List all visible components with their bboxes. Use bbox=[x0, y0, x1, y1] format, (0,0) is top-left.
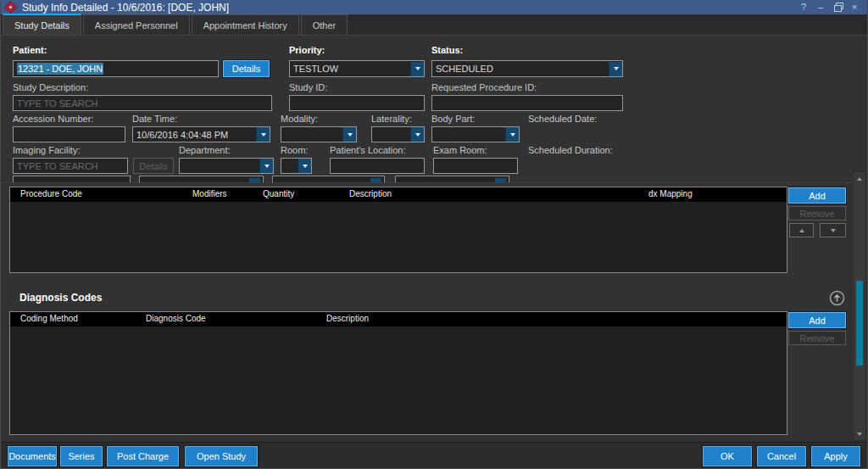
procedure-table-header: Procedure Code Modifiers Quantity Descri… bbox=[10, 187, 787, 202]
patient-details-button[interactable]: Details bbox=[223, 60, 270, 77]
diagnosis-codes-table[interactable]: Coding Method Diagnosis Code Description bbox=[9, 311, 787, 435]
chevron-down-icon[interactable] bbox=[505, 127, 519, 142]
col-description: Description bbox=[349, 189, 392, 198]
laterality-label: Laterality: bbox=[371, 114, 412, 124]
clipped-combo bbox=[272, 176, 385, 182]
department-label: Department: bbox=[179, 145, 231, 155]
documents-button[interactable]: Documents bbox=[8, 446, 57, 466]
restore-icon[interactable] bbox=[832, 1, 843, 14]
patient-input[interactable]: 12321 - DOE, JOHN bbox=[13, 60, 219, 77]
study-info-dialog: Study Info Detailed - 10/6/2016: [DOE, J… bbox=[0, 0, 868, 469]
title-bar: Study Info Detailed - 10/6/2016: [DOE, J… bbox=[1, 0, 868, 14]
chevron-down-icon[interactable] bbox=[410, 127, 424, 142]
procedure-codes-table[interactable]: Procedure Code Modifiers Quantity Descri… bbox=[9, 187, 787, 273]
chevron-down-icon[interactable] bbox=[256, 127, 270, 142]
scheduled-duration-label: Scheduled Duration: bbox=[528, 145, 613, 155]
scroll-down-icon[interactable] bbox=[854, 428, 865, 439]
col-procedure-code: Procedure Code bbox=[20, 189, 82, 198]
modality-label: Modality: bbox=[281, 114, 318, 124]
section-divider bbox=[1, 182, 868, 183]
department-select[interactable] bbox=[179, 158, 274, 174]
chevron-down-icon[interactable] bbox=[259, 159, 273, 173]
status-select[interactable]: SCHEDULED bbox=[431, 60, 623, 77]
minimize-icon[interactable]: – bbox=[815, 1, 826, 14]
imaging-facility-input[interactable]: TYPE TO SEARCH bbox=[13, 158, 128, 174]
diagnosis-add-button[interactable]: Add bbox=[788, 312, 846, 328]
procedure-add-button[interactable]: Add bbox=[788, 187, 846, 204]
move-up-icon[interactable] bbox=[789, 223, 814, 237]
priority-label: Priority: bbox=[289, 45, 325, 55]
col-quantity: Quantity bbox=[263, 189, 294, 198]
study-id-input[interactable] bbox=[289, 95, 425, 111]
col-coding-method: Coding Method bbox=[20, 314, 78, 323]
facility-details-button[interactable]: Details bbox=[133, 158, 174, 174]
tab-appointment-history[interactable]: Appointment History bbox=[192, 14, 299, 35]
series-button[interactable]: Series bbox=[60, 446, 103, 466]
date-time-select[interactable]: 10/6/2016 4:04:48 PM bbox=[132, 126, 270, 142]
patient-label: Patient: bbox=[13, 45, 47, 55]
chevron-down-icon[interactable] bbox=[342, 127, 356, 142]
laterality-select[interactable] bbox=[371, 126, 425, 142]
clipped-combo bbox=[139, 176, 264, 182]
chevron-down-icon[interactable] bbox=[410, 62, 424, 76]
priority-select[interactable]: TESTLOW bbox=[289, 60, 425, 77]
procedure-remove-button[interactable]: Remove bbox=[788, 206, 846, 221]
requested-procedure-id-input[interactable] bbox=[431, 95, 623, 111]
clipped-combo bbox=[395, 176, 509, 182]
tab-assigned-personnel[interactable]: Assigned Personnel bbox=[83, 14, 190, 35]
room-select[interactable] bbox=[281, 158, 312, 174]
diagnosis-remove-button[interactable]: Remove bbox=[788, 331, 846, 345]
window-controls: ? – × bbox=[798, 1, 868, 14]
col-description: Description bbox=[326, 314, 369, 323]
col-diagnosis-code: Diagnosis Code bbox=[146, 314, 206, 323]
tab-study-details[interactable]: Study Details bbox=[3, 14, 81, 35]
modality-select[interactable] bbox=[281, 126, 357, 142]
cancel-button[interactable]: Cancel bbox=[757, 446, 806, 466]
ok-button[interactable]: OK bbox=[703, 446, 752, 466]
col-dx-mapping: dx Mapping bbox=[648, 189, 693, 198]
close-icon[interactable]: × bbox=[849, 1, 860, 14]
exam-room-label: Exam Room: bbox=[433, 145, 487, 155]
body-part-label: Body Part: bbox=[431, 114, 475, 124]
vertical-scrollbar[interactable] bbox=[853, 171, 866, 441]
col-modifiers: Modifiers bbox=[192, 189, 227, 198]
move-down-icon[interactable] bbox=[820, 223, 846, 237]
help-icon[interactable]: ? bbox=[798, 1, 810, 14]
study-description-input[interactable]: TYPE TO SEARCH bbox=[13, 95, 272, 111]
window-title: Study Info Detailed - 10/6/2016: [DOE, J… bbox=[22, 2, 229, 14]
collapse-section-icon[interactable] bbox=[829, 290, 845, 306]
accession-number-label: Accession Number: bbox=[13, 114, 93, 124]
body-part-select[interactable] bbox=[431, 126, 520, 142]
diagnosis-table-header: Coding Method Diagnosis Code Description bbox=[10, 312, 787, 327]
chevron-down-icon[interactable] bbox=[298, 159, 311, 173]
scheduled-date-label: Scheduled Date: bbox=[528, 114, 597, 124]
imaging-facility-label: Imaging Facility: bbox=[13, 145, 80, 155]
app-logo-icon bbox=[5, 2, 16, 13]
patients-location-label: Patient's Location: bbox=[330, 145, 406, 155]
clipped-field bbox=[13, 176, 131, 182]
diagnosis-codes-title: Diagnosis Codes bbox=[19, 292, 102, 304]
open-study-button[interactable]: Open Study bbox=[185, 446, 258, 466]
accession-number-input[interactable] bbox=[13, 126, 125, 142]
footer-bar: Documents Series Post Charge Open Study … bbox=[1, 442, 868, 469]
post-charge-button[interactable]: Post Charge bbox=[107, 446, 179, 466]
date-time-label: Date Time: bbox=[132, 114, 177, 124]
study-id-label: Study ID: bbox=[289, 82, 327, 92]
tab-other[interactable]: Other bbox=[301, 14, 348, 35]
apply-button[interactable]: Apply bbox=[811, 446, 860, 466]
tab-strip: Study Details Assigned Personnel Appoint… bbox=[1, 14, 868, 36]
requested-procedure-id-label: Requested Procedure ID: bbox=[431, 82, 537, 92]
study-description-label: Study Description: bbox=[13, 82, 88, 92]
status-label: Status: bbox=[431, 45, 463, 55]
exam-room-input[interactable] bbox=[433, 158, 518, 174]
room-label: Room: bbox=[281, 145, 308, 155]
scroll-up-icon[interactable] bbox=[854, 173, 865, 184]
patients-location-input[interactable] bbox=[330, 158, 425, 174]
chevron-down-icon[interactable] bbox=[609, 62, 622, 76]
scrollbar-thumb[interactable] bbox=[856, 281, 863, 366]
